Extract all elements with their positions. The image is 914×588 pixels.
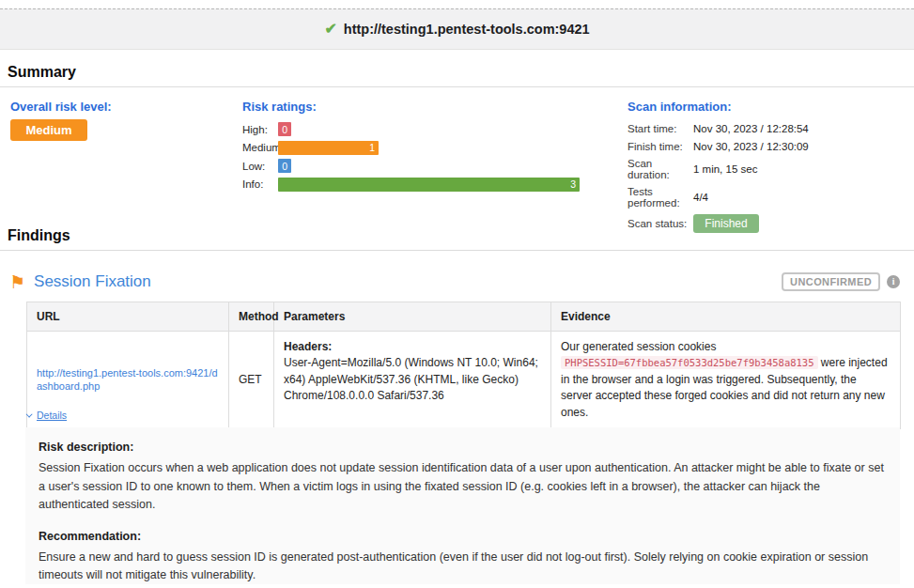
risk-description-label: Risk description: <box>39 439 887 456</box>
scan-info-row: Scan duration: 1 min, 15 sec <box>627 158 809 180</box>
evidence-text: Our generated session cookies <box>561 340 716 353</box>
finding-url-link[interactable]: http://testing1.pentest-tools.com:9421/d… <box>37 367 218 392</box>
scan-info-row: Start time: Nov 30, 2023 / 12:28:54 <box>627 122 809 134</box>
scan-info-key: Scan status: <box>627 218 693 229</box>
table-row: http://testing1.pentest-tools.com:9421/d… <box>27 332 901 429</box>
findings-divider <box>0 250 914 251</box>
risk-row-medium: Medium: 1 <box>242 141 580 155</box>
scan-info-row: Tests performed: 4/4 <box>627 186 809 209</box>
target-url: http://testing1.pentest-tools.com:9421 <box>344 22 590 37</box>
evidence-table: URL Method Parameters Evidence http://te… <box>26 302 901 429</box>
info-icon[interactable]: i <box>887 275 900 288</box>
summary-title: Summary <box>8 64 76 81</box>
overall-risk-block: Overall risk level: Medium <box>10 100 112 141</box>
flag-icon: ⚑ <box>9 273 25 291</box>
scan-info-key: Scan duration: <box>627 158 693 180</box>
risk-row-label: High: <box>242 124 278 135</box>
scan-info-row: Finish time: Nov 30, 2023 / 12:30:09 <box>627 140 809 152</box>
target-url-bar: ✔ http://testing1.pentest-tools.com:9421 <box>0 8 914 50</box>
risk-row-info: Info: 3 <box>242 178 580 192</box>
session-cookie-code: PHPSESSID=67fbbea57f0533d25be7f9b3458a81… <box>561 356 818 369</box>
col-header-parameters: Parameters <box>274 302 551 332</box>
finding-parameters: Headers: User-Agent=Mozilla/5.0 (Windows… <box>274 332 551 429</box>
check-icon: ✔ <box>324 22 336 37</box>
col-header-evidence: Evidence <box>551 302 901 332</box>
details-panel: Risk description: Session Fixation occur… <box>25 427 900 584</box>
risk-row-high: High: 0 <box>242 122 580 136</box>
finding-method: GET <box>229 332 274 429</box>
scan-info-key: Tests performed: <box>627 186 693 209</box>
overall-risk-badge: Medium <box>10 119 87 141</box>
scan-info-value: 1 min, 15 sec <box>693 163 757 175</box>
scan-info-value: Nov 30, 2023 / 12:30:09 <box>693 141 809 152</box>
risk-row-label: Medium: <box>242 142 278 153</box>
risk-row-low: Low: 0 <box>242 159 580 173</box>
risk-bar-low: 0 <box>278 159 291 173</box>
overall-risk-label: Overall risk level: <box>10 100 112 114</box>
summary-divider <box>0 86 914 87</box>
risk-bar-info: 3 <box>278 178 580 192</box>
col-header-method: Method <box>229 302 274 332</box>
finding-header: ⚑ Session Fixation UNCONFIRMED i <box>9 269 900 295</box>
finding-name: Session Fixation <box>34 272 151 291</box>
scan-information-label: Scan information: <box>627 100 809 114</box>
unconfirmed-badge: UNCONFIRMED <box>782 272 880 291</box>
table-header-row: URL Method Parameters Evidence <box>27 302 901 332</box>
risk-bar-high: 0 <box>278 122 291 136</box>
scan-status-badge: Finished <box>693 214 759 233</box>
findings-title: Findings <box>8 227 70 244</box>
finding-evidence: Our generated session cookies PHPSESSID=… <box>551 332 901 429</box>
risk-ratings-block: Risk ratings: High: 0 Medium: 1 Low: 0 I… <box>242 100 580 195</box>
scan-status-row: Scan status: Finished <box>627 214 809 233</box>
headers-label: Headers: <box>284 340 332 353</box>
recommendation-label: Recommendation: <box>39 528 887 546</box>
user-agent-value: User-Agent=Mozilla/5.0 (Windows NT 10.0;… <box>284 356 538 402</box>
scan-info-key: Finish time: <box>627 141 693 152</box>
scan-info-key: Start time: <box>627 123 693 134</box>
chevron-down-icon <box>26 410 33 417</box>
risk-row-label: Info: <box>242 178 278 190</box>
col-header-url: URL <box>27 302 229 332</box>
scan-info-value: Nov 30, 2023 / 12:28:54 <box>693 123 809 134</box>
risk-bar-medium: 1 <box>278 141 379 155</box>
risk-ratings-label: Risk ratings: <box>242 100 580 114</box>
recommendation-text: Ensure a new and hard to guess session I… <box>39 549 887 585</box>
risk-description-text: Session Fixation occurs when a web appli… <box>39 459 887 514</box>
risk-row-label: Low: <box>242 161 278 172</box>
scan-information-block: Scan information: Start time: Nov 30, 20… <box>627 100 809 239</box>
details-link-label: Details <box>37 410 67 421</box>
details-toggle-link[interactable]: Details <box>28 410 67 421</box>
scan-info-value: 4/4 <box>693 192 708 203</box>
